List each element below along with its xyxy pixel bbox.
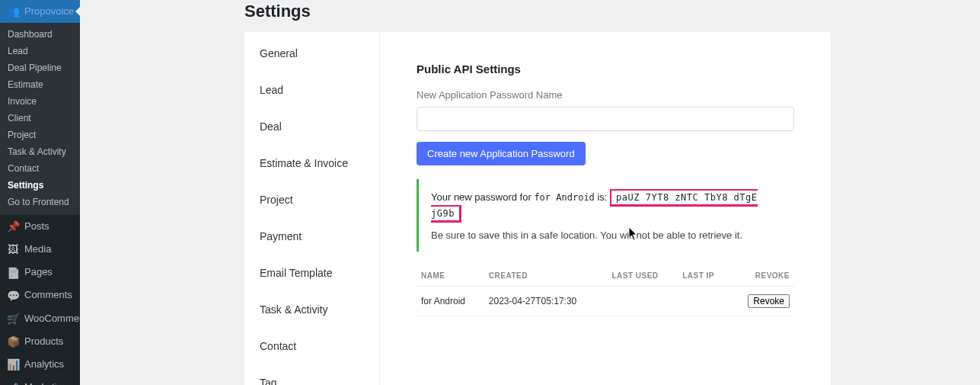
- sidebar-item-label: Comments: [24, 289, 72, 302]
- sub-item-settings[interactable]: Settings: [0, 177, 80, 194]
- tab-deal[interactable]: Deal: [244, 108, 379, 145]
- sub-item-task-activity[interactable]: Task & Activity: [0, 143, 80, 160]
- cell-last-ip: [678, 286, 729, 316]
- section-title: Public API Settings: [417, 63, 794, 75]
- product-icon: 📦: [6, 335, 20, 348]
- page-title: Settings: [80, 0, 980, 21]
- sidebar-item-label: Products: [24, 335, 63, 348]
- tab-general[interactable]: General: [244, 35, 379, 72]
- sidebar-item-propovoice[interactable]: 👥 Propovoice: [0, 0, 80, 23]
- sidebar-item-analytics[interactable]: 📊 Analytics: [0, 353, 80, 376]
- app-name-input[interactable]: [417, 107, 794, 131]
- sidebar-item-marketing[interactable]: 📣 Marketing: [0, 377, 80, 386]
- settings-content: Public API Settings New Application Pass…: [380, 32, 831, 385]
- cell-revoke: Revoke: [729, 286, 794, 316]
- sidebar-item-label: Marketing: [24, 381, 68, 385]
- col-last-used: Last Used: [607, 265, 678, 287]
- sidebar-item-pages[interactable]: 📄 Pages: [0, 261, 80, 284]
- app-passwords-table: Name Created Last Used Last IP Revoke fo…: [417, 265, 794, 316]
- sidebar-item-label: Posts: [24, 220, 49, 233]
- tab-payment[interactable]: Payment: [244, 218, 379, 255]
- sub-item-deal-pipeline[interactable]: Deal Pipeline: [0, 59, 80, 76]
- notice-line-1: Your new password for for Android is: pa…: [431, 190, 782, 222]
- col-name: Name: [417, 265, 484, 287]
- analytics-icon: 📊: [6, 358, 20, 371]
- sub-item-invoice[interactable]: Invoice: [0, 93, 80, 110]
- col-revoke: Revoke: [729, 265, 794, 287]
- sidebar-item-woocommerce[interactable]: 🛒 WooCommerce: [0, 307, 80, 330]
- sub-item-dashboard[interactable]: Dashboard: [0, 26, 80, 43]
- tab-lead[interactable]: Lead: [244, 72, 379, 108]
- settings-card: General Lead Deal Estimate & Invoice Pro…: [244, 32, 831, 385]
- revoke-button[interactable]: Revoke: [748, 294, 790, 308]
- app-name-code: for Android: [534, 192, 594, 203]
- tab-task-activity[interactable]: Task & Activity: [244, 291, 379, 328]
- cell-created: 2023-04-27T05:17:30: [484, 286, 608, 316]
- sidebar-item-comments[interactable]: 💬 Comments: [0, 284, 80, 307]
- sidebar-item-label: WooCommerce: [24, 313, 80, 326]
- sidebar-item-label: Analytics: [24, 358, 64, 371]
- propovoice-icon: 👥: [6, 5, 20, 18]
- new-password-notice: Your new password for for Android is: pa…: [417, 179, 794, 252]
- woo-icon: 🛒: [6, 312, 20, 326]
- page-icon: 📄: [6, 266, 20, 280]
- wordpress-admin-sidebar: 👥 Propovoice Dashboard Lead Deal Pipelin…: [0, 0, 80, 385]
- notice-prefix: Your new password for: [431, 191, 534, 203]
- sub-item-contact[interactable]: Contact: [0, 160, 80, 177]
- sidebar-item-label: Media: [24, 243, 51, 256]
- sub-item-go-frontend[interactable]: Go to Frontend: [0, 194, 80, 210]
- col-last-ip: Last IP: [678, 265, 729, 287]
- app-name-label: New Application Password Name: [417, 89, 794, 101]
- settings-tabs: General Lead Deal Estimate & Invoice Pro…: [244, 32, 380, 385]
- tab-contact[interactable]: Contact: [244, 328, 379, 364]
- tab-email-template[interactable]: Email Template: [244, 255, 379, 291]
- table-row: for Android 2023-04-27T05:17:30 Revoke: [417, 286, 794, 316]
- cell-last-used: [607, 286, 678, 316]
- cell-name: for Android: [417, 286, 484, 316]
- tab-project[interactable]: Project: [244, 181, 379, 218]
- col-created: Created: [484, 265, 608, 287]
- notice-is: is:: [597, 191, 610, 203]
- pin-icon: 📌: [6, 220, 20, 233]
- sub-item-lead[interactable]: Lead: [0, 43, 80, 59]
- media-icon: 🖼: [6, 242, 20, 256]
- sub-item-estimate[interactable]: Estimate: [0, 76, 80, 93]
- tab-estimate-invoice[interactable]: Estimate & Invoice: [244, 145, 379, 181]
- marketing-icon: 📣: [6, 381, 20, 386]
- sidebar-item-media[interactable]: 🖼 Media: [0, 238, 80, 261]
- main-content: Settings General Lead Deal Estimate & In…: [80, 0, 980, 385]
- sub-item-project[interactable]: Project: [0, 127, 80, 143]
- sidebar-item-label: Pages: [24, 266, 53, 279]
- sidebar-item-products[interactable]: 📦 Products: [0, 330, 80, 353]
- sidebar-item-posts[interactable]: 📌 Posts: [0, 215, 80, 238]
- sidebar-item-label: Propovoice: [24, 5, 74, 18]
- create-password-button[interactable]: Create new Application Password: [417, 142, 586, 165]
- tab-tag[interactable]: Tag: [244, 364, 379, 385]
- propovoice-submenu: Dashboard Lead Deal Pipeline Estimate In…: [0, 23, 80, 215]
- notice-line-2: Be sure to save this in a safe location.…: [431, 229, 782, 241]
- comment-icon: 💬: [6, 289, 20, 303]
- sub-item-client[interactable]: Client: [0, 110, 80, 127]
